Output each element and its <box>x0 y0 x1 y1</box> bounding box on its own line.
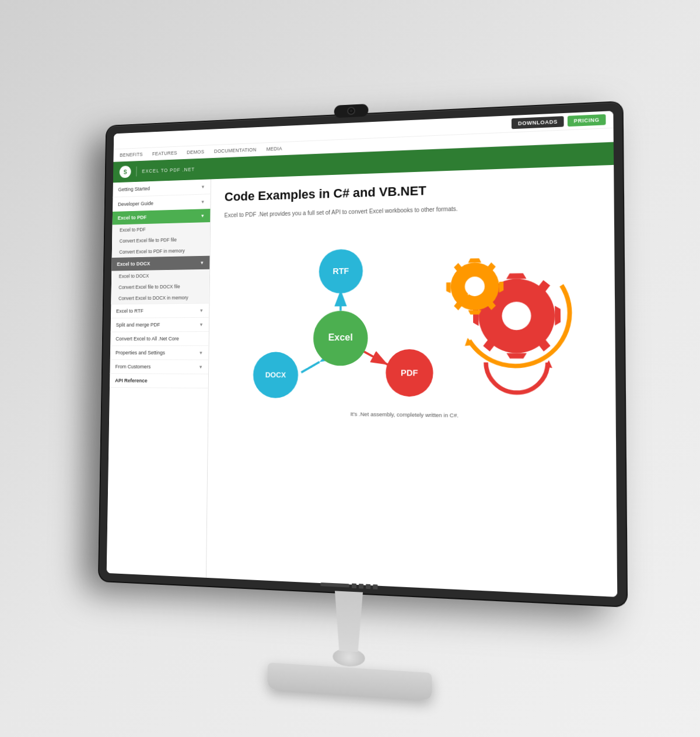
sidebar-item-convert-excel-file-docx[interactable]: Convert Excel file to DOCX file <box>111 280 209 293</box>
excel-to-pdf-section: Excel to PDF ▼ Excel to PDF Convert Exce… <box>112 209 211 258</box>
svg-marker-28 <box>468 258 481 263</box>
main-layout: Getting Started ▼ Developer Guide ▼ <box>107 165 618 597</box>
page-title: Code Examples in C# and VB.NET <box>225 177 598 204</box>
svg-text:PDF by: PDF by <box>466 283 484 289</box>
sidebar-item-split-merge-pdf[interactable]: Split and merge PDF ▼ <box>111 318 209 332</box>
developer-guide-label: Developer Guide <box>118 201 153 207</box>
svg-text:PDFs: PDFs <box>508 318 526 326</box>
monitor-btn-1[interactable] <box>352 584 356 589</box>
monitor-stand <box>267 588 432 700</box>
nav-benefits[interactable]: BENEFITS <box>120 148 143 161</box>
developer-guide-chevron: ▼ <box>201 199 205 205</box>
properties-settings-label: Properties and Settings <box>116 350 165 356</box>
excel-to-pdf-label: Excel to PDF <box>118 215 147 221</box>
excel-to-rtf-chevron: ▼ <box>200 308 204 313</box>
sidebar-item-api-reference[interactable]: API Reference <box>110 374 208 388</box>
svg-text:PDF: PDF <box>401 367 418 377</box>
svg-text:DOCX: DOCX <box>265 371 286 380</box>
sidebar: Getting Started ▼ Developer Guide ▼ <box>107 179 211 578</box>
sidebar-item-excel-to-rtf[interactable]: Excel to RTF ▼ <box>111 304 209 318</box>
svg-text:pages: pages <box>468 290 482 296</box>
diagram-container: RTF Excel DOCX PDF <box>222 222 600 405</box>
monitor-power-button[interactable] <box>320 582 349 587</box>
monitor-btn-2[interactable] <box>359 584 363 589</box>
webcam-lens <box>347 107 355 115</box>
nav-features[interactable]: FEATURES <box>152 147 177 160</box>
content-area: Code Examples in C# and VB.NET Excel to … <box>206 165 617 597</box>
nav-media[interactable]: MEDIA <box>267 142 282 155</box>
split-merge-pdf-chevron: ▼ <box>199 322 203 327</box>
excel-to-pdf-chevron: ▼ <box>201 213 205 219</box>
website: DOWNLOADS PRICING BENEFITS FEATURES DEMO… <box>107 111 618 597</box>
page-subtitle: Excel to PDF .Net provides you a full se… <box>224 201 598 220</box>
svg-text:Split: Split <box>470 278 481 283</box>
svg-marker-16 <box>506 353 527 359</box>
sidebar-item-convert-all-net-core[interactable]: Convert Excel to All .Net Core <box>110 332 209 346</box>
brand-logo: S <box>120 166 131 178</box>
nav-demos[interactable]: DEMOS <box>187 146 204 159</box>
sidebar-section-developer-guide: Developer Guide ▼ Excel to PDF ▼ Excel t… <box>111 194 210 304</box>
webcam <box>334 104 369 118</box>
svg-marker-15 <box>506 273 527 279</box>
excel-to-docx-chevron: ▼ <box>200 260 204 265</box>
from-customers-label: From Customers <box>115 364 150 370</box>
getting-started-chevron: ▼ <box>201 184 205 189</box>
monitor-btn-4[interactable] <box>373 584 377 589</box>
monitor-neck <box>325 591 372 653</box>
excel-to-docx-section: Excel to DOCX ▼ Excel to DOCX Convert Ex… <box>111 256 209 304</box>
screen-bezel: DOWNLOADS PRICING BENEFITS FEATURES DEMO… <box>107 111 618 597</box>
sidebar-item-convert-excel-docx-memory[interactable]: Convert Excel to DOCX in memory <box>111 292 209 304</box>
diagram-caption: It's .Net assembly, completely written i… <box>222 409 600 420</box>
getting-started-label: Getting Started <box>118 186 150 192</box>
monitor-base <box>267 662 432 700</box>
sidebar-item-from-customers[interactable]: From Customers ▼ <box>110 360 208 374</box>
excel-to-docx-label: Excel to DOCX <box>117 261 150 267</box>
monitor-btn-3[interactable] <box>366 584 370 589</box>
diagram-svg: RTF Excel DOCX PDF <box>222 222 600 405</box>
excel-to-docx-header[interactable]: Excel to DOCX ▼ <box>111 256 209 271</box>
scene: DOWNLOADS PRICING BENEFITS FEATURES DEMO… <box>0 0 700 737</box>
excel-to-rtf-label: Excel to RTF <box>116 308 144 314</box>
api-reference-label: API Reference <box>115 378 147 384</box>
nav-documentation[interactable]: DOCUMENTATION <box>214 143 257 157</box>
svg-text:Merge: Merge <box>506 304 526 312</box>
svg-text:RTF: RTF <box>332 266 349 276</box>
sidebar-item-excel-to-docx[interactable]: Excel to DOCX <box>111 269 209 282</box>
svg-marker-29 <box>468 310 482 315</box>
split-merge-pdf-label: Split and merge PDF <box>116 322 160 328</box>
downloads-button[interactable]: DOWNLOADS <box>512 116 564 129</box>
svg-line-5 <box>301 362 319 373</box>
svg-marker-30 <box>446 282 450 293</box>
pricing-button[interactable]: PRICING <box>568 114 606 127</box>
svg-text:Excel: Excel <box>328 332 353 343</box>
monitor: DOWNLOADS PRICING BENEFITS FEATURES DEMO… <box>99 102 626 606</box>
brand-divider <box>136 167 136 177</box>
svg-text:multiple: multiple <box>503 311 529 319</box>
brand-subtitle: EXCEL TO PDF .NET <box>142 167 195 174</box>
properties-settings-chevron: ▼ <box>199 350 203 356</box>
convert-all-net-core-label: Convert Excel to All .Net Core <box>116 336 179 342</box>
sidebar-item-properties-settings[interactable]: Properties and Settings ▼ <box>110 346 209 360</box>
from-customers-chevron: ▼ <box>198 364 202 370</box>
svg-marker-18 <box>555 306 561 325</box>
